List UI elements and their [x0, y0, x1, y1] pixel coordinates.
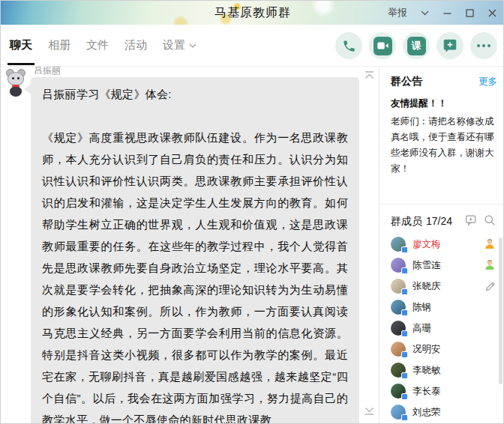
member-row[interactable]: 陈钢 [380, 297, 504, 318]
member-name: 李长泰 [412, 385, 441, 398]
device-badge [401, 267, 408, 274]
chat-message-area: 吕振丽 吕振丽学习《规定》体会: 《规定》高度重视思政课教师队伍建设。作为一名思… [1, 67, 379, 424]
member-name: 陈钢 [412, 301, 431, 314]
new-chat-icon[interactable] [436, 32, 464, 59]
member-list: 廖文梅 陈雪连 张晓庆 陈钢 高珊 况明安 李晓敏 [380, 234, 504, 423]
scroll-to-bottom-icon[interactable] [364, 406, 375, 416]
sidebar-scrollbar[interactable] [499, 237, 502, 384]
class-icon[interactable]: 课 [403, 32, 430, 59]
member-name: 张晓庆 [412, 280, 441, 293]
member-name: 况明安 [412, 343, 441, 356]
device-badge [401, 246, 408, 253]
device-badge [401, 330, 408, 337]
member-role [484, 385, 496, 397]
message-text: 吕振丽学习《规定》体会: 《规定》高度重视思政课教师队伍建设。作为一名思政课教师… [31, 77, 359, 424]
video-call-icon[interactable] [369, 32, 396, 59]
members-header: 群成员 17/24 [380, 205, 504, 234]
edit-name-icon[interactable] [484, 280, 496, 292]
member-name: 陈雪连 [412, 259, 441, 272]
chevron-down-icon[interactable] [419, 7, 430, 18]
member-name: 李晓敏 [412, 364, 441, 377]
close-icon[interactable] [487, 7, 497, 18]
tab-chat[interactable]: 聊天 [8, 25, 34, 66]
invite-member-icon[interactable] [465, 214, 477, 229]
member-avatar [391, 342, 406, 357]
members-count: 17/24 [426, 215, 452, 228]
device-badge [401, 372, 408, 379]
member-row[interactable]: 张晓庆 [380, 276, 504, 297]
member-row[interactable]: 刘忠荣 [380, 402, 504, 423]
device-badge [401, 309, 408, 316]
search-member-icon[interactable] [484, 214, 496, 229]
member-avatar [391, 300, 406, 315]
device-badge [401, 351, 408, 358]
tab-activities[interactable]: 活动 [122, 25, 149, 66]
device-badge [401, 393, 408, 400]
announcement-title: 群公告 [391, 75, 422, 88]
mouse-head [8, 72, 24, 85]
member-role [484, 406, 496, 418]
admin-icon [484, 259, 496, 271]
tab-settings[interactable]: 设置 [160, 25, 199, 66]
tab-files[interactable]: 文件 [84, 25, 111, 66]
member-avatar [391, 279, 406, 294]
member-role [484, 301, 496, 313]
scroll-to-top-icon[interactable] [364, 70, 375, 80]
member-name: 廖文梅 [412, 238, 441, 251]
member-avatar [391, 384, 406, 399]
members-title: 群成员 [391, 215, 422, 228]
member-row[interactable]: 李晓敏 [380, 360, 504, 381]
minimize-icon[interactable] [442, 7, 452, 18]
member-name: 高珊 [412, 322, 431, 335]
member-avatar [391, 258, 406, 273]
chevron-down-icon [189, 43, 196, 48]
more-icon[interactable] [470, 32, 497, 59]
member-row[interactable]: 况明安 [380, 339, 504, 360]
member-role [484, 364, 496, 376]
member-row[interactable]: 廖文梅 [380, 234, 504, 255]
message-bubble: 吕振丽学习《规定》体会: 《规定》高度重视思政课教师队伍建设。作为一名思政课教师… [31, 77, 359, 424]
device-badge [401, 288, 408, 295]
member-role [484, 322, 496, 334]
notice-title: 友情提醒！！ [391, 97, 497, 110]
maximize-icon[interactable] [464, 7, 475, 18]
member-name: 刘忠荣 [412, 406, 441, 419]
group-sidebar: 群公告 更多 友情提醒！！ 老师们：请把名称修改成真名哦，便于查看还有哪些老师没… [379, 67, 504, 424]
member-avatar [391, 321, 406, 336]
chat-toolbar: 课 [335, 25, 497, 67]
member-avatar [391, 363, 406, 378]
voice-call-icon[interactable] [335, 32, 362, 59]
tab-album[interactable]: 相册 [46, 25, 73, 66]
title-bar: 马基原教师群 举报 [1, 1, 504, 25]
member-row[interactable]: 李长泰 [380, 381, 504, 402]
sender-name: 吕振丽 [34, 67, 61, 77]
member-row[interactable]: 陈雪连 [380, 255, 504, 276]
member-role [484, 343, 496, 355]
member-avatar [391, 237, 406, 252]
report-button[interactable]: 举报 [388, 6, 407, 19]
notice-body: 老师们：请把名称修改成真名哦，便于查看还有哪些老师没有入群，谢谢大家！ [391, 114, 497, 177]
member-row[interactable]: 高珊 [380, 318, 504, 339]
announcement-section: 群公告 更多 友情提醒！！ 老师们：请把名称修改成真名哦，便于查看还有哪些老师没… [380, 67, 504, 205]
more-link[interactable]: 更多 [478, 76, 497, 88]
member-avatar [391, 405, 406, 420]
device-badge [401, 414, 408, 421]
owner-icon [484, 238, 496, 250]
